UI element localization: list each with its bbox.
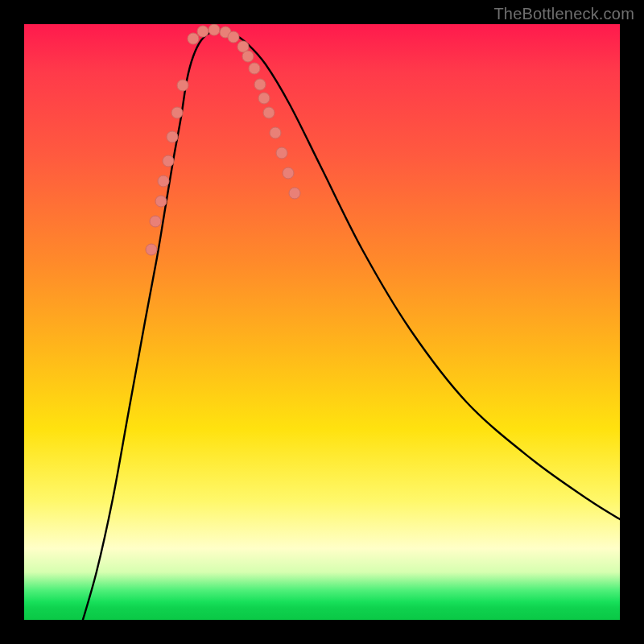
data-dot xyxy=(289,188,300,199)
data-dot xyxy=(150,216,161,227)
data-dot xyxy=(242,51,254,62)
watermark-text: TheBottleneck.com xyxy=(493,5,634,23)
bottleneck-curve xyxy=(80,31,620,620)
data-dot xyxy=(146,244,157,255)
data-dot xyxy=(158,175,169,187)
chart-frame: TheBottleneck.com xyxy=(0,0,644,644)
data-dot xyxy=(228,31,239,43)
curve-layer xyxy=(24,24,620,620)
data-dot xyxy=(249,63,260,74)
data-dot xyxy=(171,107,183,118)
data-dot xyxy=(263,107,275,118)
data-dot xyxy=(188,33,199,44)
data-dot xyxy=(155,196,167,207)
plot-area xyxy=(24,24,620,620)
data-dot xyxy=(254,79,266,90)
data-dot xyxy=(167,131,178,142)
data-dot xyxy=(283,167,294,179)
data-dot xyxy=(208,24,220,35)
data-dot xyxy=(177,80,188,91)
data-dot xyxy=(163,155,174,167)
data-dot xyxy=(276,147,287,159)
curve-dots xyxy=(146,24,300,255)
data-dot xyxy=(258,93,270,104)
data-dot xyxy=(270,127,281,138)
data-dot xyxy=(197,26,208,37)
